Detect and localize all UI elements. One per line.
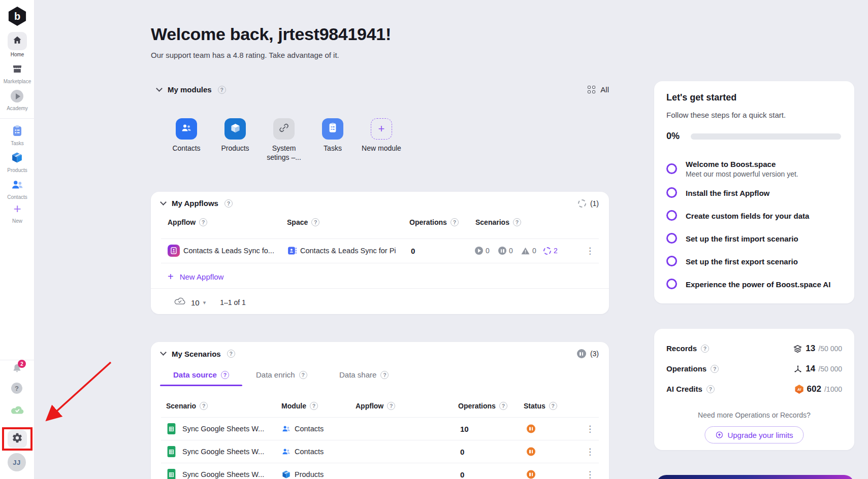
dashed-circle-icon <box>543 247 551 255</box>
help-circle-icon[interactable]: ? <box>711 365 719 373</box>
modules-section-title: My modules <box>168 85 212 94</box>
operations-label: Operations? <box>666 364 719 373</box>
logo-letter: b <box>14 11 20 22</box>
sidebar-item-new[interactable]: + <box>12 202 23 215</box>
row-menu-button[interactable]: ⋮ <box>586 425 594 433</box>
help-circle-icon[interactable]: ? <box>224 199 233 208</box>
step-label[interactable]: Welcome to Boost.space <box>686 160 776 168</box>
help-circle-icon[interactable]: ? <box>387 402 395 410</box>
step-circle-icon[interactable] <box>666 256 677 266</box>
sidebar-item-contacts[interactable] <box>11 178 24 193</box>
module-tile-system-label: System setings –... <box>261 144 307 162</box>
progress-bar <box>691 133 841 140</box>
help-circle-icon[interactable]: ? <box>227 350 235 358</box>
sidebar-item-tasks-label: Tasks <box>0 141 35 146</box>
appflows-collapse-chevron[interactable] <box>161 202 166 204</box>
help-circle-icon[interactable]: ? <box>549 402 557 410</box>
module-tile-tasks[interactable] <box>322 118 343 140</box>
step-circle-icon[interactable] <box>666 187 677 198</box>
help-circle-icon[interactable]: ? <box>701 345 709 353</box>
operations-value: 10 <box>460 425 469 433</box>
help-circle-icon[interactable]: ? <box>311 218 319 226</box>
help-circle-icon[interactable]: ? <box>513 218 521 226</box>
boost-logo-icon[interactable]: b <box>8 7 27 26</box>
help-circle-icon[interactable]: ? <box>218 86 226 94</box>
help-circle-icon[interactable]: ? <box>310 402 318 410</box>
network-icon <box>793 364 802 373</box>
my-appflows-card: My Appflows ? (1) Appflow? Space? Operat… <box>151 192 609 314</box>
sidebar-item-academy[interactable] <box>11 90 23 102</box>
upgrade-arrow-icon <box>715 431 723 439</box>
row-menu-button[interactable]: ⋮ <box>586 448 594 456</box>
new-module-tile[interactable]: + <box>371 118 392 140</box>
new-module-label: New module <box>358 144 405 153</box>
sidebar-item-new-label: New <box>0 218 35 224</box>
tab-data-enrich[interactable]: Data enrich? <box>256 370 307 379</box>
sidebar-item-products[interactable] <box>11 151 23 166</box>
chevron-down-icon <box>156 85 163 92</box>
sidebar-item-marketplace-label: Marketplace <box>0 79 35 84</box>
google-sheets-icon <box>166 446 177 458</box>
module-tile-system-settings[interactable] <box>273 118 295 140</box>
scenario-name: Sync Google Sheets W... <box>182 448 264 456</box>
help-circle-icon[interactable]: ? <box>380 371 389 379</box>
module-tile-contacts[interactable] <box>176 118 197 140</box>
module-tile-contacts-label: Contacts <box>163 144 210 153</box>
scenarios-column-operations: Operations? <box>458 402 507 410</box>
page-size-select[interactable]: 10 ▾ <box>191 298 206 307</box>
help-circle-icon[interactable]: ? <box>221 371 229 379</box>
plus-icon: + <box>378 122 385 135</box>
step-circle-icon[interactable] <box>666 233 677 244</box>
help-circle-icon[interactable]: ? <box>706 385 715 393</box>
row-menu-button[interactable]: ⋮ <box>586 247 594 255</box>
step-circle-icon[interactable] <box>666 210 677 221</box>
step-label[interactable]: Install the first Appflow <box>686 189 769 197</box>
scenarios-collapse-chevron[interactable] <box>161 353 166 355</box>
sidebar-item-home[interactable] <box>8 32 27 50</box>
operations-value: 0 <box>460 448 464 456</box>
help-button[interactable]: ? <box>11 383 22 394</box>
sidebar-item-tasks[interactable] <box>11 124 23 140</box>
help-circle-icon[interactable]: ? <box>199 218 207 226</box>
step-circle-icon[interactable] <box>666 163 677 174</box>
sidebar-item-contacts-label: Contacts <box>0 194 35 200</box>
row-menu-button[interactable]: ⋮ <box>586 470 594 479</box>
sidebar-item-products-label: Products <box>0 167 35 173</box>
tab-data-share[interactable]: Data share? <box>339 370 389 379</box>
new-appflow-button[interactable]: + New Appflow <box>168 266 223 287</box>
active-tab-underline <box>160 385 242 386</box>
scenarios-column-status: Status? <box>524 402 557 410</box>
appflow-name: Contacts & Leads Sync fo... <box>183 247 274 255</box>
view-all-modules-button[interactable]: All <box>588 85 609 94</box>
sync-status-indicator[interactable] <box>10 405 25 418</box>
help-circle-icon[interactable]: ? <box>299 371 307 379</box>
space-icon <box>287 246 297 256</box>
avatar[interactable]: JJ <box>8 453 26 471</box>
appflow-icon <box>168 245 180 257</box>
promo-banner[interactable] <box>656 475 854 479</box>
help-circle-icon[interactable]: ? <box>499 402 507 410</box>
step-label[interactable]: Experience the power of Boost.space AI <box>686 280 830 289</box>
module-tile-products[interactable] <box>224 118 246 140</box>
module-name: Contacts <box>295 425 324 433</box>
help-circle-icon[interactable]: ? <box>200 402 208 410</box>
scenario-name: Sync Google Sheets W... <box>182 470 264 478</box>
upgrade-label: Upgrade your limits <box>727 431 793 439</box>
sidebar-item-marketplace[interactable] <box>11 63 23 77</box>
step-circle-icon[interactable] <box>666 279 677 289</box>
grid-all-icon <box>588 86 595 93</box>
upgrade-limits-button[interactable]: Upgrade your limits <box>704 426 803 443</box>
chevron-down-icon <box>160 349 167 356</box>
modules-collapse-chevron[interactable] <box>151 89 162 91</box>
avatar-initials: JJ <box>13 459 20 466</box>
step-label[interactable]: Create custom fields for your data <box>686 212 809 220</box>
step-label[interactable]: Set up the first import scenario <box>686 234 798 243</box>
appflows-column-operations: Operations? <box>409 218 459 226</box>
plus-icon: + <box>13 203 21 214</box>
step-label[interactable]: Set up the first export scenario <box>686 257 798 266</box>
tab-data-source[interactable]: Data source? <box>173 370 229 379</box>
help-circle-icon[interactable]: ? <box>451 218 459 226</box>
chevron-down-icon <box>160 199 167 206</box>
home-icon <box>12 35 22 47</box>
getting-started-title: Let's get started <box>666 92 736 103</box>
